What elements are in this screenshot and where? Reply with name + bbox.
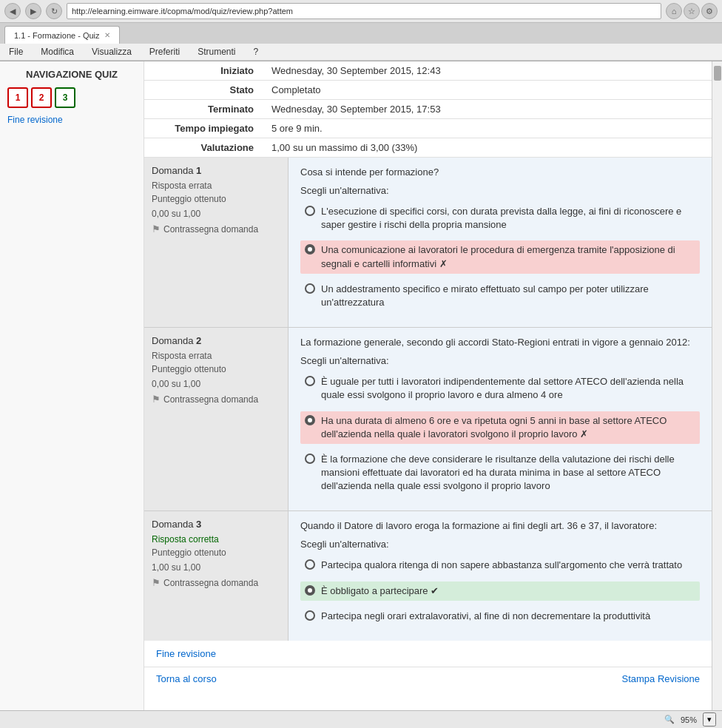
summary-value-tempo: 5 ore 9 min.: [263, 119, 712, 138]
question-content-2: La formazione generale, secondo gli acco…: [289, 328, 712, 510]
question-number-1: 1: [196, 165, 201, 176]
summary-label-iniziato: Iniziato: [144, 61, 263, 81]
choose-label-3: Scegli un'alternativa:: [300, 539, 700, 550]
question-text-2: La formazione generale, secondo gli acco…: [300, 337, 700, 348]
summary-row-terminato: Terminato Wednesday, 30 September 2015, …: [144, 100, 712, 119]
question-text-1: Cosa si intende per formazione?: [300, 166, 700, 178]
answer-text-1-0: L'esecuzione di specifici corsi, con dur…: [321, 205, 695, 232]
answer-option-1-0[interactable]: L'esecuzione di specifici corsi, con dur…: [300, 202, 700, 235]
contrassegna-label-3: Contrassegna domanda: [163, 578, 258, 588]
answer-status-3: Risposta corretta: [152, 534, 280, 545]
summary-label-terminato: Terminato: [144, 100, 263, 119]
answer-text-1-2: Un addestramento specifico e mirato effe…: [321, 283, 695, 309]
question-label-3: Domanda 3: [152, 519, 280, 530]
radio-2-1: [305, 415, 315, 425]
fine-revisione-bottom-link[interactable]: Fine revisione: [156, 648, 216, 659]
answer-text-3-0: Partecipa qualora ritenga di non sapere …: [321, 559, 682, 572]
summary-row-stato: Stato Completato: [144, 81, 712, 100]
radio-2-0: [305, 376, 315, 386]
tab-label: 1.1 - Formazione - Quiz: [14, 31, 100, 40]
summary-value-iniziato: Wednesday, 30 September 2015, 12:43: [263, 61, 712, 81]
radio-3-2: [305, 610, 315, 621]
quiz-nav-btn-1[interactable]: 1: [7, 87, 28, 108]
answer-option-3-2[interactable]: Partecipa negli orari extralavorativi, a…: [300, 607, 700, 626]
answer-text-2-1: Ha una durata di almeno 6 ore e va ripet…: [321, 414, 695, 441]
radio-3-0: [305, 559, 315, 570]
answer-text-3-1: È obbligato a partecipare ✔: [321, 584, 439, 598]
home-icon[interactable]: ⌂: [666, 3, 682, 19]
contrassegna-label-1: Contrassegna domanda: [163, 224, 258, 235]
radio-1-2: [305, 283, 315, 294]
bottom-fine-revisione-section: Fine revisione: [144, 641, 712, 667]
fine-revisione-sidebar-link[interactable]: Fine revisione: [7, 115, 63, 125]
answer-option-2-1[interactable]: Ha una durata di almeno 6 ore e va ripet…: [300, 411, 700, 444]
question-content-3: Quando il Datore di lavoro eroga la form…: [289, 511, 712, 641]
contrassegna-3[interactable]: ⚑ Contrassegna domanda: [152, 577, 280, 588]
score-value-2: 0,00 su 1,00: [152, 379, 280, 389]
answer-option-3-1[interactable]: È obbligato a partecipare ✔: [300, 582, 700, 601]
contrassegna-1[interactable]: ⚑ Contrassegna domanda: [152, 223, 280, 235]
score-label-2: Punteggio ottenuto: [152, 364, 280, 374]
menu-visualizza[interactable]: Visualizza: [89, 45, 135, 58]
bookmark-icon[interactable]: ☆: [684, 3, 700, 19]
status-bar: 🔍 95% ▾: [0, 710, 722, 728]
score-label-1: Punteggio ottenuto: [152, 194, 280, 204]
forward-button[interactable]: ▶: [25, 3, 41, 19]
question-label-2: Domanda 2: [152, 335, 280, 346]
active-tab[interactable]: 1.1 - Formazione - Quiz ✕: [4, 26, 120, 44]
torna-al-corso-link[interactable]: Torna al corso: [156, 673, 217, 684]
bottom-action-bar: Torna al corso Stampa Revisione: [144, 667, 712, 690]
question-content-1: Cosa si intende per formazione? Scegli u…: [289, 158, 712, 327]
summary-value-valutazione: 1,00 su un massimo di 3,00 (33%): [263, 138, 712, 158]
tab-close-button[interactable]: ✕: [104, 31, 110, 39]
question-block-2: Domanda 2 Risposta errata Punteggio otte…: [144, 328, 712, 511]
answer-option-2-2[interactable]: È la formazione che deve considerare le …: [300, 450, 700, 496]
answer-status-1: Risposta errata: [152, 181, 280, 191]
back-button[interactable]: ◀: [4, 3, 21, 19]
menu-modifica[interactable]: Modifica: [38, 45, 77, 58]
summary-row-tempo: Tempo impiegato 5 ore 9 min.: [144, 119, 712, 138]
score-value-1: 0,00 su 1,00: [152, 209, 280, 219]
url-bar[interactable]: [67, 3, 661, 19]
answer-option-3-0[interactable]: Partecipa qualora ritenga di non sapere …: [300, 556, 700, 575]
menu-strumenti[interactable]: Strumenti: [195, 45, 238, 58]
score-label-3: Punteggio ottenuto: [152, 547, 280, 558]
choose-label-2: Scegli un'alternativa:: [300, 355, 700, 366]
zoom-dropdown-button[interactable]: ▾: [703, 712, 716, 727]
refresh-button[interactable]: ↻: [46, 3, 62, 19]
question-sidebar-1: Domanda 1 Risposta errata Punteggio otte…: [144, 158, 289, 327]
quiz-nav-buttons: 1 2 3: [7, 87, 136, 108]
answer-option-1-2[interactable]: Un addestramento specifico e mirato effe…: [300, 280, 700, 312]
quiz-nav-btn-2[interactable]: 2: [31, 87, 52, 108]
flag-icon-3: ⚑: [152, 577, 161, 588]
question-text-3: Quando il Datore di lavoro eroga la form…: [300, 520, 700, 531]
summary-label-stato: Stato: [144, 81, 263, 100]
question-number-2: 2: [196, 335, 201, 346]
contrassegna-label-2: Contrassegna domanda: [163, 394, 258, 405]
scrollbar[interactable]: [712, 61, 722, 710]
menu-bar: File Modifica Visualizza Preferiti Strum…: [0, 44, 722, 61]
summary-value-stato: Completato: [263, 81, 712, 100]
menu-file[interactable]: File: [6, 45, 26, 58]
summary-table: Iniziato Wednesday, 30 September 2015, 1…: [144, 61, 712, 158]
radio-1-0: [305, 206, 315, 216]
question-number-3: 3: [196, 519, 201, 530]
gear-icon[interactable]: ⚙: [701, 3, 718, 19]
menu-help[interactable]: ?: [251, 45, 262, 58]
answer-option-2-0[interactable]: È uguale per tutti i lavoratori indipend…: [300, 372, 700, 405]
choose-label-1: Scegli un'alternativa:: [300, 185, 700, 196]
summary-label-tempo: Tempo impiegato: [144, 119, 263, 138]
summary-label-valutazione: Valutazione: [144, 138, 263, 158]
menu-preferiti[interactable]: Preferiti: [146, 45, 183, 58]
quiz-nav-btn-3[interactable]: 3: [55, 87, 75, 108]
zoom-level: 95%: [681, 715, 697, 724]
radio-2-2: [305, 454, 315, 464]
contrassegna-2[interactable]: ⚑ Contrassegna domanda: [152, 394, 280, 405]
answer-status-2: Risposta errata: [152, 351, 280, 361]
answer-option-1-1[interactable]: Una comunicazione ai lavoratori le proce…: [300, 240, 700, 273]
score-value-3: 1,00 su 1,00: [152, 562, 280, 573]
flag-icon-2: ⚑: [152, 394, 161, 405]
zoom-icon: 🔍: [664, 715, 675, 724]
question-block-3: Domanda 3 Risposta corretta Punteggio ot…: [144, 511, 712, 641]
stampa-revisione-link[interactable]: Stampa Revisione: [622, 673, 701, 684]
